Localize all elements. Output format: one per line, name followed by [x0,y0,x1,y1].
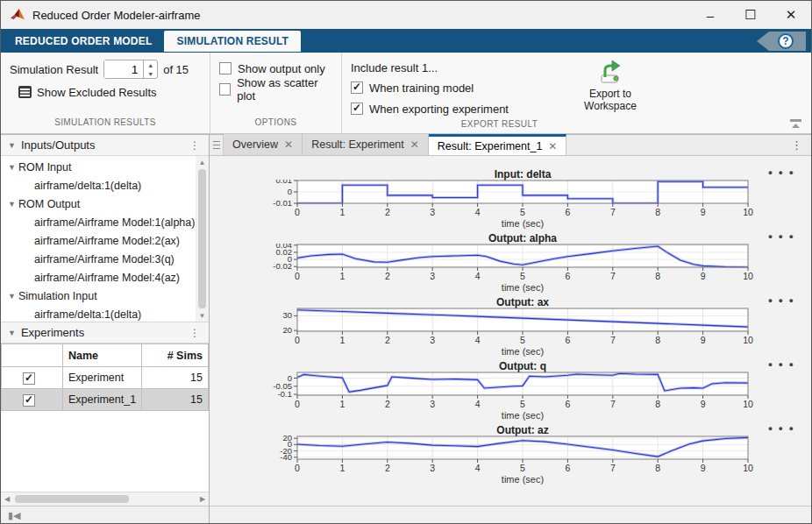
help-tag: ? [757,32,806,51]
inputs-outputs-menu-icon[interactable]: ⋮ [186,139,203,152]
include-result-label: Include result 1... [351,58,573,77]
x-axis-label: time (sec) [502,282,544,293]
tab-drag-handle[interactable] [210,135,224,155]
checkbox-when-training-model[interactable] [351,81,363,94]
inputs-outputs-header[interactable]: ▼ Inputs/Outputs ⋮ [1,135,209,156]
tree-item[interactable]: airframe/Airframe Model:2(ax) [1,231,196,250]
row-checkbox[interactable] [23,372,35,385]
plot-output-q: Output: q● ● ●0-0.05-0.1012345678910time… [246,360,799,424]
svg-text:3: 3 [430,399,435,409]
tree-item[interactable]: ▼Simulation Input [1,287,196,305]
svg-text:9: 9 [701,207,706,217]
scrollbar-thumb[interactable] [198,169,206,308]
tree-item[interactable]: airframe/delta:1(delta) [1,305,196,322]
plot-options-button[interactable]: ● ● ● [768,360,795,369]
checkbox-show-output-only[interactable] [219,62,231,74]
plot-axes[interactable]: 0.010-0.01012345678910time (sec) [246,180,808,230]
collapse-ribbon-button[interactable] [788,117,804,130]
doc-tab-label: Result: Experiment [311,138,404,151]
doc-tab-result-experiment[interactable]: Result: Experiment✕ [303,134,429,155]
checkbox-show-as-scatter-plot[interactable] [219,83,231,96]
experiments-menu-icon[interactable]: ⋮ [186,327,203,339]
svg-text:4: 4 [475,335,481,345]
table-row[interactable]: Experiment_115 [2,389,209,411]
scroll-down-icon[interactable]: ▼ [199,309,206,322]
plot-axes[interactable]: 0-0.05-0.1012345678910time (sec) [246,372,808,422]
ribbon-tab-simulation-result[interactable]: SIMULATION RESULT [164,31,301,52]
svg-text:4: 4 [475,399,481,409]
plot-axes[interactable]: 200-20-40012345678910time (sec) [246,435,808,486]
experiment-name-cell: Experiment_1 [63,389,142,411]
svg-text:1: 1 [339,335,345,345]
svg-text:-0.02: -0.02 [273,261,292,271]
tabbar-menu-icon[interactable]: ⋮ [782,138,811,152]
spinner-up-icon[interactable]: ▲ [144,60,157,69]
close-tab-icon[interactable]: ✕ [548,140,557,152]
doc-tab-result-experiment-1[interactable]: Result: Experiment_1✕ [429,134,567,155]
help-button[interactable]: ? [778,33,794,49]
plot-title: Output: q [297,360,748,372]
tree-item[interactable]: airframe/Airframe Model:3(q) [1,250,196,268]
scrollbar-thumb[interactable] [15,495,129,503]
tree-item[interactable]: ▼ROM Input [1,158,196,176]
svg-text:4: 4 [475,463,481,473]
simulation-result-input[interactable] [104,60,143,78]
tree-item-label: ROM Output [18,198,80,210]
tree-item[interactable]: airframe/delta:1(delta) [1,176,196,195]
svg-text:0.01: 0.01 [276,180,293,185]
x-axis-label: time (sec) [502,474,544,485]
main-area: Overview✕Result: Experiment✕Result: Expe… [210,135,811,506]
row-checkbox[interactable] [23,394,35,407]
collapse-arrow-icon[interactable]: ▼ [8,141,16,150]
tree-expand-icon[interactable]: ▼ [8,292,18,301]
tree-item[interactable]: airframe/Airframe Model:1(alpha) [1,213,196,231]
svg-text:-0.1: -0.1 [278,389,292,399]
experiments-horizontal-scrollbar[interactable]: ◀ ▶ [1,492,209,506]
plot-options-button[interactable]: ● ● ● [768,232,795,241]
svg-text:5: 5 [520,463,525,473]
close-tab-icon[interactable]: ✕ [410,138,419,151]
ribbon-tab-reduced-order-model[interactable]: REDUCED ORDER MODEL [3,31,164,52]
svg-text:2: 2 [385,399,390,409]
plot-options-button[interactable]: ● ● ● [768,168,795,177]
scroll-right-icon[interactable]: ▶ [196,495,209,503]
collapse-arrow-icon[interactable]: ▼ [8,329,16,337]
tree-vertical-scrollbar[interactable]: ▲ ▼ [196,156,209,322]
tree-item[interactable]: airframe/Airframe Model:4(az) [1,268,196,287]
svg-text:0: 0 [295,463,300,473]
plot-axes[interactable]: 0.040.020-0.02012345678910time (sec) [246,244,808,294]
plot-axes[interactable]: 3020012345678910time (sec) [246,308,808,358]
close-button[interactable]: ✕ [771,1,811,29]
plot-output-az: Output: az● ● ●200-20-40012345678910time… [246,424,799,488]
row-checkbox-cell [2,389,63,411]
export-to-workspace-button[interactable]: Export to Workspace [573,58,648,119]
plot-options-button[interactable]: ● ● ● [768,424,795,433]
tree-expand-icon[interactable]: ▼ [8,200,18,209]
tree-expand-icon[interactable]: ▼ [8,163,18,172]
svg-text:7: 7 [610,271,616,281]
svg-text:5: 5 [520,207,525,217]
maximize-button[interactable]: ☐ [730,1,771,29]
plot-title: Output: az [297,424,748,436]
svg-text:10: 10 [743,207,753,217]
show-excluded-results-button[interactable]: Show Excluded Results [37,86,157,99]
table-row[interactable]: Experiment15 [2,367,209,389]
experiments-header[interactable]: ▼ Experiments ⋮ [1,322,209,343]
titlebar: Reduced Order Modeler-airframe – ☐ ✕ [1,1,811,29]
simulation-result-spinner[interactable]: ▲ ▼ [103,60,158,79]
svg-text:6: 6 [565,207,570,217]
minimize-button[interactable]: – [690,1,730,29]
checkbox-row: When exporting experiment [351,98,573,119]
scroll-up-icon[interactable]: ▲ [199,156,206,168]
scroll-left-icon[interactable]: ◀ [1,495,13,503]
spinner-down-icon[interactable]: ▼ [144,69,157,78]
svg-text:6: 6 [565,399,570,409]
collapse-panel-icon[interactable]: ▮◀ [8,510,21,521]
plot-title: Output: alpha [297,232,748,244]
checkbox-when-exporting-experiment[interactable] [351,103,363,115]
plot-options-button[interactable]: ● ● ● [768,296,795,305]
tree-item[interactable]: ▼ROM Output [1,195,196,213]
doc-tab-overview[interactable]: Overview✕ [224,134,303,155]
tree-item-label: airframe/delta:1(delta) [34,308,141,321]
close-tab-icon[interactable]: ✕ [284,138,293,151]
